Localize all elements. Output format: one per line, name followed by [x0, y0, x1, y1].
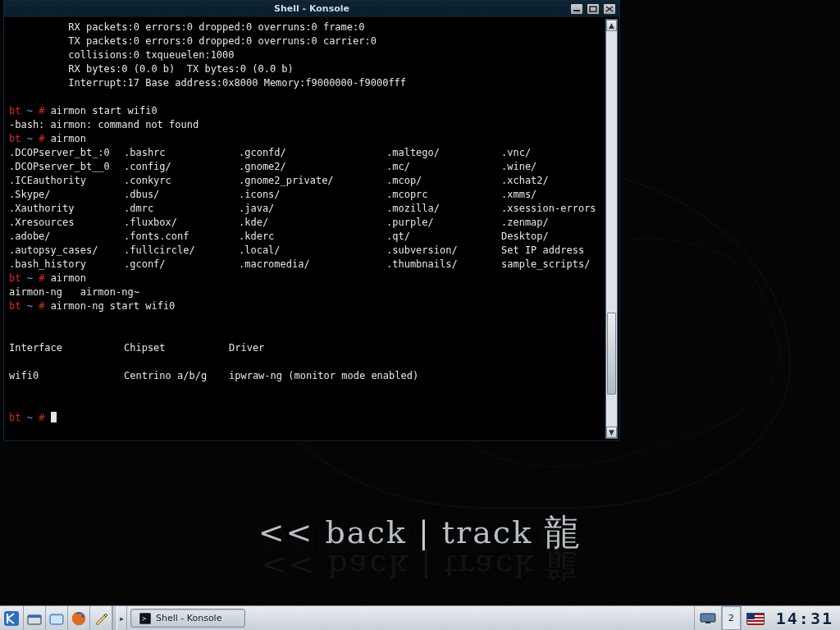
list-item: .subversion/ [386, 244, 501, 258]
maximize-button[interactable] [587, 3, 600, 15]
list-item: .fluxbox/ [124, 216, 239, 230]
list-item: .Xauthority [9, 202, 124, 216]
scroll-up-button[interactable]: ▲ [606, 20, 617, 31]
prompt-sep: # [39, 105, 44, 116]
list-item: .java/ [239, 202, 386, 216]
close-button[interactable] [603, 3, 616, 15]
list-item: .gnome2_private/ [239, 174, 386, 188]
wallpaper-brand-reflection: << back | track 龍 [261, 545, 580, 587]
system-tray: 2 14:31 [694, 606, 840, 630]
list-item: .gconfd/ [239, 146, 386, 160]
cursor [51, 412, 57, 422]
list-item: .Xresources [9, 216, 124, 230]
net-line: RX bytes:0 (0.0 b) TX bytes:0 (0.0 b) [9, 63, 294, 75]
keyboard-layout-indicator[interactable] [741, 606, 769, 630]
prompt-path: ~ [27, 105, 33, 116]
list-item: .mcoprc [386, 188, 501, 202]
list-item: .DCOPserver_bt__0 [9, 160, 124, 174]
list-item: .adobe/ [9, 230, 124, 244]
list-item: Desktop/ [501, 230, 549, 244]
list-row: .DCOPserver_bt__0.config/.gnome2/.mc/.wi… [9, 160, 601, 174]
error-line: -bash: airmon: command not found [9, 119, 199, 130]
list-item: .xmms/ [501, 188, 536, 202]
net-line: collisions:0 txqueuelen:1000 [9, 49, 235, 61]
list-item: .zenmap/ [501, 216, 549, 230]
list-item: .kde/ [239, 216, 386, 230]
list-item: .autopsy_cases/ [9, 244, 124, 258]
list-item: .conkyrc [124, 174, 239, 188]
airmon-completion: airmon-ng airmon-ng~ [9, 286, 139, 298]
list-row: .ICEauthority.conkyrc.gnome2_private/.mc… [9, 174, 601, 188]
list-item: .bashrc [124, 146, 239, 160]
net-line: TX packets:0 errors:0 dropped:0 overruns… [9, 35, 377, 47]
list-item: .mcop/ [386, 174, 501, 188]
taskbar-entry-konsole[interactable]: > Shell - Konsole [130, 609, 245, 628]
svg-rect-12 [701, 614, 715, 622]
list-row: .bash_history.gconf/.macromedia/.thumbna… [9, 258, 601, 272]
airmon-table-row: wifi0Centrino a/b/gipwraw-ng (monitor mo… [9, 369, 601, 383]
list-item: .bash_history [9, 258, 124, 272]
svg-rect-6 [28, 615, 41, 618]
list-item: .xchat2/ [501, 174, 549, 188]
list-row: .autopsy_cases/.fullcircle/.local/.subve… [9, 244, 601, 258]
list-item: .kderc [239, 230, 386, 244]
firefox-button[interactable] [68, 606, 90, 630]
list-item: .DCOPserver_bt_:0 [9, 146, 124, 160]
taskbar-clock[interactable]: 14:31 [769, 606, 840, 631]
list-item: .qt/ [386, 230, 501, 244]
list-item: .Skype/ [9, 188, 124, 202]
editor-button[interactable] [90, 606, 112, 630]
list-row: .Skype/.dbus/.icons/.mcoprc.xmms/ [9, 188, 601, 202]
scroll-thumb[interactable] [607, 313, 616, 395]
list-item: .gnome2/ [239, 160, 386, 174]
list-item: sample_scripts/ [501, 258, 590, 272]
svg-rect-13 [705, 622, 710, 623]
svg-rect-8 [51, 616, 62, 623]
scroll-down-button[interactable]: ▼ [606, 427, 617, 438]
list-row: .DCOPserver_bt_:0.bashrc.gconfd/.maltego… [9, 146, 601, 160]
list-item: .dmrc [124, 202, 239, 216]
list-row: .Xauthority.dmrc.java/.mozilla/.xsession… [9, 202, 601, 216]
svg-rect-4 [4, 611, 19, 626]
list-item: .local/ [239, 244, 386, 258]
taskbar-spacer [249, 606, 694, 630]
quicklaunch-expander[interactable]: ▸ [117, 606, 127, 630]
prompt-host: bt [9, 105, 21, 116]
airmon-table-header: InterfaceChipsetDriver [9, 341, 601, 355]
list-item: .mc/ [386, 160, 501, 174]
list-row: .adobe/.fonts.conf.kderc.qt/Desktop/ [9, 230, 601, 244]
list-item: .dbus/ [124, 188, 239, 202]
list-item: .vnc/ [501, 146, 531, 160]
command-line: airmon [51, 272, 86, 284]
list-item: .purple/ [386, 216, 501, 230]
taskbar-entry-label: Shell - Konsole [156, 613, 221, 623]
list-item: .gconf/ [124, 258, 239, 272]
taskbar: ▸ > Shell - Konsole 2 14:31 [0, 605, 840, 630]
list-item: .mozilla/ [386, 202, 501, 216]
window-title: Shell - Konsole [4, 3, 619, 14]
command-line: airmon [51, 133, 86, 144]
list-item: .ICEauthority [9, 174, 124, 188]
list-item: .thumbnails/ [386, 258, 501, 272]
list-item: .macromedia/ [239, 258, 386, 272]
command-line: airmon-ng start wifi0 [51, 300, 176, 312]
flag-us-icon [746, 613, 765, 624]
list-row: .Xresources.fluxbox/.kde/.purple/.zenmap… [9, 216, 601, 230]
list-item: Set IP address [501, 244, 584, 258]
home-folder-button[interactable] [46, 606, 68, 630]
window-titlebar[interactable]: Shell - Konsole [4, 1, 619, 17]
kmenu-button[interactable] [0, 606, 24, 630]
pager-desktop-2[interactable]: 2 [721, 606, 741, 630]
konsole-window[interactable]: Shell - Konsole RX packets:0 errors:0 dr… [3, 0, 620, 441]
terminal-output[interactable]: RX packets:0 errors:0 dropped:0 overruns… [6, 19, 605, 439]
show-desktop-button[interactable] [24, 606, 46, 630]
list-item: .wine/ [501, 160, 536, 174]
display-tray-icon[interactable] [694, 606, 721, 630]
list-item: .fonts.conf [124, 230, 239, 244]
terminal-scrollbar[interactable]: ▲ ▼ [605, 19, 618, 439]
list-item: .config/ [124, 160, 239, 174]
net-line: Interrupt:17 Base address:0x8000 Memory:… [9, 77, 406, 89]
minimize-button[interactable] [570, 3, 583, 15]
list-item: .maltego/ [386, 146, 501, 160]
list-item: .icons/ [239, 188, 386, 202]
